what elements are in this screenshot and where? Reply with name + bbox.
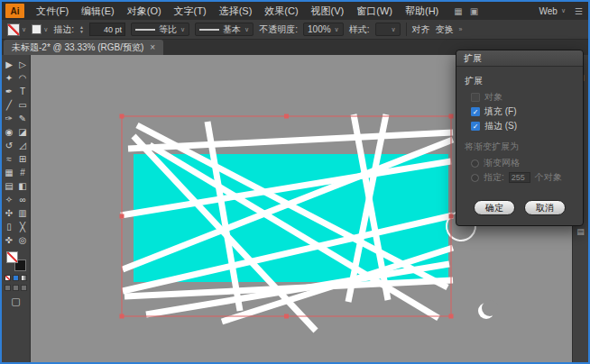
draw-normal-button[interactable]: [5, 285, 11, 291]
graph-tool[interactable]: ▥: [18, 206, 26, 220]
draw-inside-button[interactable]: [21, 285, 27, 291]
menu-item[interactable]: 视图(V): [305, 2, 351, 20]
magic-wand-tool[interactable]: ✦: [5, 71, 13, 85]
menu-item[interactable]: 文件(F): [30, 2, 75, 20]
selection-handle[interactable]: [449, 314, 454, 319]
menu-item[interactable]: 编辑(E): [75, 2, 121, 20]
menu-item[interactable]: 选择(S): [213, 2, 259, 20]
expand-dialog: 扩展 扩展 对象✓填充 (F)✓描边 (S) 将渐变扩展为 渐变网格指定:个对象…: [456, 50, 584, 226]
hand-tool[interactable]: ✜: [5, 233, 13, 247]
blob-brush-tool[interactable]: ◉: [5, 125, 14, 139]
checkbox-icon[interactable]: ✓: [471, 107, 480, 116]
ok-button[interactable]: 确定: [474, 200, 515, 215]
control-bar: ∨ ∨ 描边: ▲ ▼ 40 pt 等比 ∨ 基本 ∨ 不透明度: 100% ∨…: [2, 20, 588, 40]
pen-tool[interactable]: ✒: [5, 85, 13, 98]
transform-button[interactable]: 变换: [436, 23, 454, 36]
stroke-weight-input[interactable]: 40 pt: [89, 23, 125, 36]
stepper-down-icon[interactable]: ▼: [79, 30, 84, 34]
direct-selection-tool[interactable]: ▷: [19, 58, 26, 71]
radio-icon[interactable]: [471, 174, 479, 182]
lasso-tool[interactable]: ◠: [19, 71, 27, 85]
secondary-swatch-widget[interactable]: ∨: [32, 24, 48, 34]
menu-item[interactable]: 文字(T): [168, 2, 213, 20]
menu-item[interactable]: 窗口(W): [350, 2, 399, 20]
menu-item[interactable]: 效果(C): [258, 2, 304, 20]
mesh-tool[interactable]: ▤: [5, 179, 13, 193]
selection-handle[interactable]: [120, 314, 124, 319]
radio-row[interactable]: 指定:个对象: [471, 170, 575, 185]
crescent-cutout: [482, 300, 498, 316]
checkbox-row[interactable]: ✓描边 (S): [471, 119, 575, 133]
checkbox-icon[interactable]: ✓: [471, 122, 480, 131]
selection-handle[interactable]: [120, 214, 124, 219]
bridge-icon[interactable]: ▦: [454, 6, 462, 16]
menu-item[interactable]: 对象(O): [121, 2, 168, 20]
zoom-tool[interactable]: ◎: [19, 233, 27, 247]
fill-stroke-widget[interactable]: [6, 251, 26, 271]
selection-tool[interactable]: ▶: [5, 58, 13, 71]
arrange-documents-icon[interactable]: ▣: [470, 6, 478, 16]
main-menu: 文件(F)编辑(E)对象(O)文字(T)选择(S)效果(C)视图(V)窗口(W)…: [30, 2, 445, 20]
rotate-tool[interactable]: ↺: [5, 139, 13, 152]
specify-count-input[interactable]: [509, 172, 530, 183]
paintbrush-tool[interactable]: ✑: [5, 112, 13, 125]
menu-item[interactable]: 帮助(H): [399, 2, 445, 20]
slice-tool[interactable]: ╳: [20, 220, 25, 233]
width-profile-dropdown[interactable]: 等比 ∨: [131, 23, 189, 36]
mini-swatch-icon: [32, 24, 41, 34]
dialog-buttons: 确定 取消: [465, 200, 575, 215]
chevron-down-icon: ∨: [335, 26, 339, 33]
opacity-dropdown[interactable]: 100% ∨: [303, 23, 344, 36]
type-tool[interactable]: T: [20, 85, 25, 98]
scale-tool[interactable]: ◿: [19, 139, 26, 152]
panel-menu-icon[interactable]: ☰: [575, 6, 583, 16]
pencil-tool[interactable]: ✎: [19, 112, 26, 125]
radio-label: 渐变网格: [484, 157, 520, 169]
width-tool[interactable]: ≈: [6, 152, 12, 166]
gradient-button[interactable]: [21, 275, 27, 281]
style-dropdown[interactable]: ∨: [375, 23, 401, 36]
free-transform-tool[interactable]: ⊞: [19, 152, 26, 166]
screen-mode-button[interactable]: ▢: [11, 296, 20, 307]
perspective-grid-tool[interactable]: #: [20, 166, 25, 179]
checkbox-row[interactable]: 对象: [471, 90, 575, 105]
workspace-switcher[interactable]: Web ∨: [539, 6, 567, 16]
rectangle-tool[interactable]: ▭: [18, 98, 26, 112]
stroke-color-widget[interactable]: ∨: [7, 23, 26, 36]
blend-tool[interactable]: ∞: [19, 193, 25, 206]
selection-handle[interactable]: [284, 114, 289, 119]
color-button[interactable]: [13, 275, 19, 281]
workspace-label: Web: [539, 6, 558, 16]
eraser-tool[interactable]: ◪: [18, 125, 26, 139]
stroke-stepper[interactable]: ▲ ▼: [79, 25, 84, 34]
gradient-tool[interactable]: ◧: [18, 179, 26, 193]
line-segment-tool[interactable]: ╱: [6, 98, 12, 112]
document-tab[interactable]: 未标题-2* @ 33.33% (RGB/预览) ×: [4, 40, 163, 55]
selection-handle[interactable]: [449, 214, 454, 219]
dialog-title[interactable]: 扩展: [456, 50, 583, 67]
cancel-button[interactable]: 取消: [524, 200, 566, 215]
symbol-sprayer-tool[interactable]: ✣: [5, 206, 13, 220]
selection-handle[interactable]: [284, 314, 289, 319]
draw-behind-button[interactable]: [13, 285, 19, 291]
checkbox-label: 填充 (F): [484, 105, 517, 118]
expand-group-label: 扩展: [465, 75, 575, 87]
document-tab-title: 未标题-2* @ 33.33% (RGB/预览): [12, 41, 143, 54]
selection-handle[interactable]: [449, 114, 454, 119]
overflow-icon[interactable]: »: [459, 26, 463, 32]
radio-row[interactable]: 渐变网格: [471, 156, 575, 170]
align-button[interactable]: 对齐: [412, 23, 430, 36]
close-tab-icon[interactable]: ×: [150, 42, 155, 52]
checkbox-row[interactable]: ✓填充 (F): [471, 105, 575, 119]
shape-builder-tool[interactable]: ▦: [5, 166, 13, 179]
artboard-tool[interactable]: ▯: [6, 220, 12, 233]
opacity-value: 100%: [308, 24, 331, 34]
layers-panel-icon[interactable]: ▤: [576, 227, 585, 236]
selection-handle[interactable]: [120, 114, 124, 119]
none-color-button[interactable]: [5, 275, 11, 281]
fill-color-swatch[interactable]: [6, 251, 18, 263]
brush-definition-dropdown[interactable]: 基本 ∨: [195, 23, 254, 36]
checkbox-icon[interactable]: [471, 93, 480, 102]
radio-icon[interactable]: [471, 159, 479, 168]
eyedropper-tool[interactable]: ✧: [5, 193, 13, 206]
